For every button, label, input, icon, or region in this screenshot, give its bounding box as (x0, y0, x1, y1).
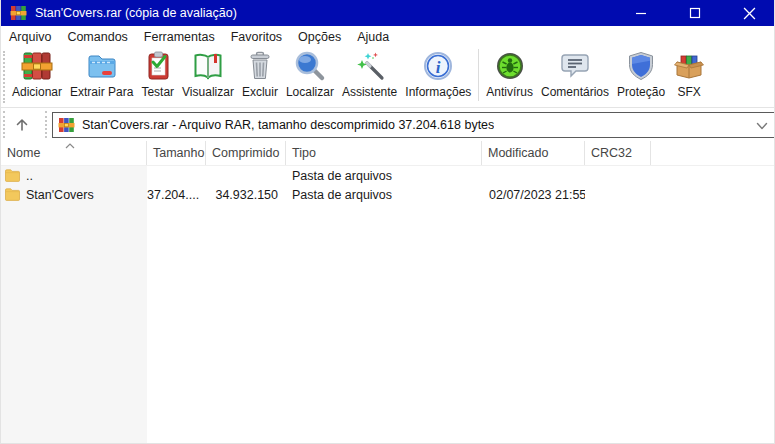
winrar-file-icon (58, 117, 75, 133)
toolbar-gripper[interactable] (3, 51, 5, 103)
toolbar-button-label: SFX (677, 85, 700, 99)
sfx-box-icon (673, 50, 705, 82)
column-label: Modificado (488, 146, 548, 160)
folder-icon (5, 188, 20, 201)
archive-description: Stan'Covers.rar - Arquivo RAR, tamanho d… (82, 118, 494, 132)
title-bar: Stan'Covers.rar (cópia de avaliação) (1, 0, 775, 26)
chevron-down-icon[interactable] (755, 119, 769, 133)
extract-folder-icon (86, 50, 118, 82)
window-controls (614, 0, 775, 26)
toolbar-button-visualizar[interactable]: Visualizar (178, 48, 238, 99)
toolbar-button-adicionar[interactable]: Adicionar (8, 48, 66, 99)
menu-bar: Arquivo Comandos Ferramentas Favoritos O… (1, 26, 775, 48)
close-icon (743, 7, 756, 20)
toolbar-button-testar[interactable]: Testar (137, 48, 178, 99)
menu-ajuda[interactable]: Ajuda (349, 28, 397, 46)
info-icon: i (422, 50, 454, 82)
toolbar-button-label: Comentários (541, 85, 609, 99)
toolbar-button-assistente[interactable]: Assistente (338, 48, 401, 99)
view-book-icon (192, 50, 224, 82)
toolbar-button-sfx[interactable]: SFX (669, 48, 709, 99)
toolbar-button-label: Antivírus (486, 85, 533, 99)
window-title: Stan'Covers.rar (cópia de avaliação) (35, 6, 237, 20)
file-modified: 02/07/2023 21:55 (482, 188, 585, 202)
column-label: Tamanho (153, 146, 204, 160)
table-row-stancovers[interactable]: Stan'Covers 37.204.... 34.932.150 Pasta … (1, 185, 775, 204)
up-directory-button[interactable] (8, 113, 36, 137)
archive-path-combobox[interactable]: Stan'Covers.rar - Arquivo RAR, tamanho d… (52, 112, 775, 138)
column-label: Tipo (292, 146, 316, 160)
file-list: Nome Tamanho Comprimido Tipo Modificado … (1, 141, 775, 443)
winrar-app-icon (10, 5, 27, 21)
find-magnifier-icon (294, 50, 326, 82)
column-header-nome[interactable]: Nome (1, 141, 147, 165)
table-row-parent-dir[interactable]: .. Pasta de arquivos (1, 166, 775, 185)
menu-arquivo[interactable]: Arquivo (1, 28, 59, 46)
column-label: Comprimido (212, 146, 279, 160)
toolbar-button-extrair-para[interactable]: Extrair Para (66, 48, 137, 99)
sorted-column-highlight (1, 166, 147, 443)
minimize-button[interactable] (614, 0, 668, 26)
file-type: Pasta de arquivos (286, 188, 482, 202)
column-header-comprimido[interactable]: Comprimido (206, 141, 286, 165)
menu-comandos[interactable]: Comandos (59, 28, 135, 46)
list-rows: .. Pasta de arquivos Stan'Covers 37.204 (1, 166, 775, 204)
column-header-crc32[interactable]: CRC32 (585, 141, 651, 165)
delete-trash-icon (244, 50, 276, 82)
file-packed: 34.932.150 (206, 188, 286, 202)
column-header-filler (651, 141, 775, 165)
toolbar-button-label: Localizar (286, 85, 334, 99)
column-header-modificado[interactable]: Modificado (482, 141, 585, 165)
list-header: Nome Tamanho Comprimido Tipo Modificado … (1, 141, 775, 166)
toolbar-button-comentarios[interactable]: Comentários (537, 48, 613, 99)
menu-opcoes[interactable]: Opções (290, 28, 349, 46)
toolbar-button-label: Visualizar (182, 85, 234, 99)
toolbar-button-label: Excluir (242, 85, 278, 99)
maximize-button[interactable] (668, 0, 722, 26)
toolbar-separator (478, 49, 479, 101)
column-header-tamanho[interactable]: Tamanho (147, 141, 206, 165)
maximize-icon (689, 7, 701, 19)
column-label: Nome (7, 146, 40, 160)
toolbar-button-label: Testar (141, 85, 174, 99)
column-header-tipo[interactable]: Tipo (286, 141, 482, 165)
antivirus-scan-icon (494, 50, 526, 82)
toolbar-button-label: Informações (405, 85, 471, 99)
address-bar-gripper[interactable] (3, 111, 5, 138)
menu-favoritos[interactable]: Favoritos (223, 28, 290, 46)
toolbar-button-antivirus[interactable]: Antivírus (482, 48, 537, 99)
toolbar-button-label: Extrair Para (70, 85, 133, 99)
comment-bubble-icon (559, 50, 591, 82)
folder-icon (5, 169, 20, 182)
toolbar-button-excluir[interactable]: Excluir (238, 48, 282, 99)
svg-text:i: i (436, 58, 441, 77)
file-name: Stan'Covers (26, 188, 94, 202)
up-arrow-icon (14, 117, 30, 133)
protect-shield-icon (625, 50, 657, 82)
rar-archive-icon (21, 50, 53, 82)
file-type: Pasta de arquivos (286, 169, 482, 183)
wizard-wand-icon (354, 50, 386, 82)
toolbar: Adicionar Extrair Para Testar (1, 48, 775, 108)
sort-ascending-icon (65, 143, 75, 149)
minimize-icon (635, 7, 647, 19)
toolbar-button-label: Assistente (342, 85, 397, 99)
toolbar-button-localizar[interactable]: Localizar (282, 48, 338, 99)
file-name: .. (26, 169, 33, 183)
menu-ferramentas[interactable]: Ferramentas (136, 28, 223, 46)
toolbar-button-label: Proteção (617, 85, 665, 99)
test-clipboard-icon (142, 50, 174, 82)
address-combo-gripper[interactable] (45, 111, 47, 138)
file-size: 37.204.... (147, 188, 206, 202)
toolbar-button-informacoes[interactable]: i Informações (401, 48, 475, 99)
address-bar: Stan'Covers.rar - Arquivo RAR, tamanho d… (1, 108, 775, 141)
column-label: CRC32 (591, 146, 632, 160)
winrar-window: Stan'Covers.rar (cópia de avaliação) Arq… (0, 0, 775, 444)
close-button[interactable] (722, 0, 775, 26)
toolbar-button-protecao[interactable]: Proteção (613, 48, 669, 99)
toolbar-button-label: Adicionar (12, 85, 62, 99)
